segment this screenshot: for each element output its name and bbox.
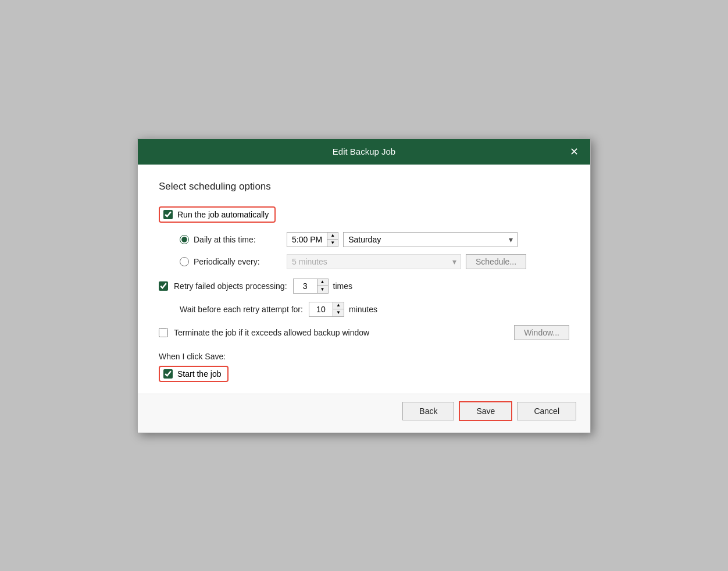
time-input: 5:00 PM ▲ ▼ — [287, 232, 338, 247]
edit-backup-job-dialog: Edit Backup Job ✕ Select scheduling opti… — [137, 138, 591, 433]
wait-option-row: Wait before each retry attempt for: 10 ▲… — [180, 302, 569, 317]
close-button[interactable]: ✕ — [567, 145, 581, 159]
wait-down-button[interactable]: ▼ — [333, 309, 344, 316]
when-save-label: When I click Save: — [159, 352, 569, 361]
wait-up-button[interactable]: ▲ — [333, 302, 344, 309]
daily-label: Daily at this time: — [194, 235, 287, 244]
retry-checkbox[interactable] — [159, 281, 168, 291]
title-bar: Edit Backup Job ✕ — [138, 139, 590, 165]
section-title: Select scheduling options — [159, 181, 569, 192]
periodic-option-row: Periodically every: 5 minutes Schedule..… — [180, 254, 569, 269]
periodic-label: Periodically every: — [194, 257, 287, 266]
wait-number-input: 10 ▲ ▼ — [309, 302, 344, 317]
daily-radio[interactable] — [180, 235, 189, 244]
schedule-button[interactable]: Schedule... — [466, 254, 526, 269]
retry-up-button[interactable]: ▲ — [317, 279, 328, 286]
run-automatically-checkbox[interactable] — [163, 210, 173, 219]
day-select[interactable]: Sunday Monday Tuesday Wednesday Thursday… — [343, 232, 518, 247]
dialog-body: Select scheduling options Run the job au… — [138, 165, 590, 394]
retry-down-button[interactable]: ▼ — [317, 286, 328, 293]
time-spin-buttons: ▲ ▼ — [327, 233, 338, 247]
cancel-button[interactable]: Cancel — [517, 402, 576, 420]
periodic-select-wrapper: 5 minutes — [287, 254, 461, 269]
retry-label: Retry failed objects processing: — [174, 281, 287, 291]
save-button[interactable]: Save — [459, 401, 512, 421]
start-job-checkbox[interactable] — [163, 369, 173, 379]
wait-value: 10 — [309, 303, 333, 316]
when-save-section: When I click Save: Start the job — [159, 352, 569, 382]
retry-unit: times — [333, 281, 352, 291]
time-up-button[interactable]: ▲ — [327, 233, 338, 240]
periodic-select: 5 minutes — [287, 254, 461, 269]
run-automatically-label: Run the job automatically — [177, 210, 269, 219]
time-down-button[interactable]: ▼ — [327, 240, 338, 247]
daily-option-row: Daily at this time: 5:00 PM ▲ ▼ Sunday M… — [180, 232, 569, 247]
day-select-wrapper: Sunday Monday Tuesday Wednesday Thursday… — [343, 232, 518, 247]
time-value: 5:00 PM — [287, 233, 327, 247]
periodic-radio[interactable] — [180, 257, 189, 266]
retry-number-input: 3 ▲ ▼ — [293, 279, 329, 294]
dialog-title: Edit Backup Job — [161, 147, 567, 156]
retry-option-row: Retry failed objects processing: 3 ▲ ▼ t… — [159, 279, 569, 294]
start-job-checkbox-wrap[interactable]: Start the job — [159, 366, 229, 382]
start-job-label: Start the job — [177, 369, 222, 379]
terminate-checkbox[interactable] — [159, 328, 168, 337]
run-automatically-checkbox-wrap[interactable]: Run the job automatically — [159, 206, 276, 223]
terminate-label: Terminate the job if it exceeds allowed … — [174, 328, 369, 337]
terminate-option-row: Terminate the job if it exceeds allowed … — [159, 325, 569, 340]
retry-value: 3 — [294, 280, 317, 292]
sub-options: Daily at this time: 5:00 PM ▲ ▼ Sunday M… — [180, 232, 569, 269]
wait-label: Wait before each retry attempt for: — [180, 305, 303, 314]
dialog-footer: Back Save Cancel — [138, 394, 590, 433]
retry-spin-buttons: ▲ ▼ — [317, 279, 328, 293]
wait-unit: minutes — [349, 305, 377, 314]
back-button[interactable]: Back — [402, 402, 454, 420]
window-button[interactable]: Window... — [514, 325, 569, 340]
wait-spin-buttons: ▲ ▼ — [333, 302, 344, 316]
